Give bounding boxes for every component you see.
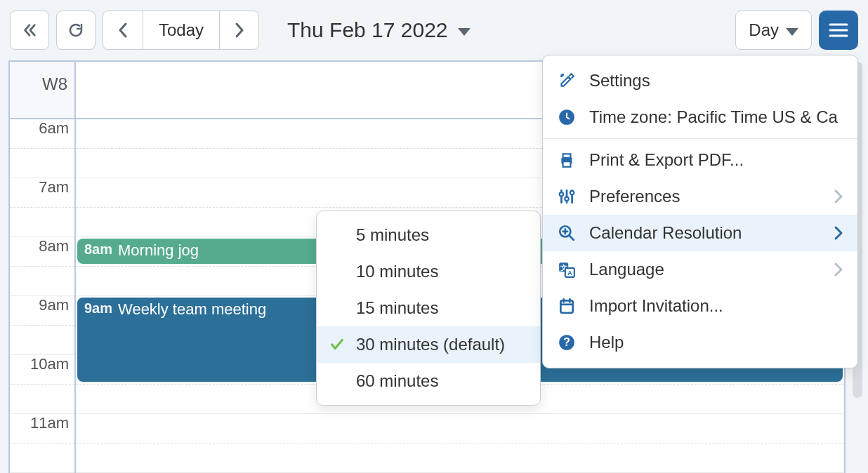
check-icon bbox=[329, 337, 345, 352]
clock-icon bbox=[557, 107, 577, 127]
menu-item-import[interactable]: Import Invitation... bbox=[543, 288, 857, 324]
tools-icon bbox=[557, 71, 577, 91]
resolution-option[interactable]: 60 minutes bbox=[317, 363, 540, 399]
printer-icon bbox=[557, 150, 577, 170]
resolution-option-label: 15 minutes bbox=[356, 298, 438, 318]
main-menu: SettingsTime zone: Pacific Time US & CaP… bbox=[542, 55, 858, 368]
resolution-option-label: 30 minutes (default) bbox=[356, 335, 505, 354]
resolution-option[interactable]: 30 minutes (default) bbox=[317, 326, 540, 363]
resolution-option[interactable]: 5 minutes bbox=[317, 217, 540, 253]
menu-item-label: Language bbox=[589, 260, 821, 279]
resolution-option[interactable]: 15 minutes bbox=[317, 290, 540, 326]
svg-text:A: A bbox=[567, 269, 572, 277]
date-picker[interactable]: Thu Feb 17 2022 bbox=[287, 18, 471, 42]
chevron-down-icon bbox=[786, 28, 798, 36]
menu-item-label: Time zone: Pacific Time US & Ca bbox=[589, 107, 843, 127]
hour-label: 9am bbox=[39, 296, 69, 314]
event-time: 9am bbox=[84, 300, 112, 317]
hour-row: 11am bbox=[10, 414, 74, 473]
menu-item-label: Preferences bbox=[589, 187, 821, 206]
svg-line-14 bbox=[569, 235, 574, 240]
date-label: Thu Feb 17 2022 bbox=[287, 18, 448, 42]
refresh-icon bbox=[67, 22, 84, 39]
time-gutter: 6am7am8am9am10am11am bbox=[10, 119, 76, 473]
hour-row: 10am bbox=[10, 355, 74, 414]
hour-row: 9am bbox=[10, 296, 74, 355]
menu-item-sliders[interactable]: Preferences bbox=[543, 178, 857, 215]
nav-button-group: Today bbox=[103, 11, 259, 50]
language-icon: 文A bbox=[557, 260, 577, 279]
view-label: Day bbox=[749, 20, 779, 40]
menu-item-language[interactable]: 文ALanguage bbox=[543, 251, 857, 288]
menu-separator bbox=[543, 138, 857, 139]
resolution-option-label: 10 minutes bbox=[356, 262, 438, 281]
help-icon: ? bbox=[557, 333, 577, 352]
chevron-down-icon bbox=[458, 28, 471, 36]
resolution-option[interactable]: 10 minutes bbox=[317, 253, 540, 290]
sliders-icon bbox=[557, 187, 577, 206]
hour-label: 6am bbox=[39, 119, 69, 138]
menu-item-zoom[interactable]: Calendar Resolution bbox=[543, 215, 857, 251]
menu-item-clock[interactable]: Time zone: Pacific Time US & Ca bbox=[543, 99, 857, 135]
svg-text:?: ? bbox=[563, 335, 570, 348]
menu-item-label: Help bbox=[589, 333, 843, 352]
prev-button[interactable] bbox=[103, 11, 143, 49]
chevron-left-icon bbox=[117, 22, 129, 39]
menu-item-label: Settings bbox=[589, 71, 843, 91]
hour-row: 7am bbox=[10, 178, 74, 237]
hour-label: 10am bbox=[30, 355, 69, 373]
hour-label: 7am bbox=[39, 178, 69, 196]
zoom-icon bbox=[557, 223, 577, 243]
chevron-right-icon bbox=[834, 225, 843, 241]
resolution-submenu: 5 minutes10 minutes15 minutes30 minutes … bbox=[316, 211, 541, 406]
hour-row bbox=[76, 414, 844, 473]
hour-row: 6am bbox=[10, 119, 74, 178]
menu-item-label: Calendar Resolution bbox=[589, 223, 821, 243]
collapse-button[interactable] bbox=[10, 11, 49, 50]
today-button[interactable]: Today bbox=[143, 11, 219, 49]
import-icon bbox=[557, 296, 577, 316]
week-label: W8 bbox=[10, 62, 76, 118]
event-title: Weekly team meeting bbox=[118, 300, 266, 319]
chevron-right-icon bbox=[834, 262, 843, 277]
toolbar: Today Thu Feb 17 2022 Day bbox=[0, 0, 868, 60]
menu-item-label: Import Invitation... bbox=[589, 296, 843, 316]
hour-label: 8am bbox=[39, 237, 69, 255]
svg-point-10 bbox=[560, 192, 563, 196]
chevron-right-icon bbox=[834, 189, 843, 204]
menu-item-label: Print & Export PDF... bbox=[589, 150, 843, 170]
view-selector[interactable]: Day bbox=[735, 11, 812, 50]
refresh-button[interactable] bbox=[56, 11, 96, 50]
event-title: Morning jog bbox=[118, 241, 199, 260]
svg-rect-6 bbox=[563, 161, 571, 167]
double-chevron-left-icon bbox=[22, 22, 37, 38]
svg-point-12 bbox=[570, 191, 574, 194]
event-time: 8am bbox=[84, 241, 112, 258]
hamburger-icon bbox=[829, 22, 848, 38]
next-button[interactable] bbox=[219, 11, 258, 49]
main-menu-button[interactable] bbox=[819, 11, 858, 50]
resolution-option-label: 5 minutes bbox=[356, 225, 429, 245]
today-label: Today bbox=[159, 20, 204, 40]
chevron-right-icon bbox=[234, 22, 245, 39]
menu-item-help[interactable]: ?Help bbox=[543, 324, 857, 361]
svg-rect-21 bbox=[560, 300, 572, 312]
menu-item-tools[interactable]: Settings bbox=[543, 62, 857, 99]
menu-item-printer[interactable]: Print & Export PDF... bbox=[543, 142, 857, 178]
svg-rect-5 bbox=[563, 154, 571, 157]
svg-point-11 bbox=[565, 197, 568, 201]
hour-label: 11am bbox=[30, 414, 69, 432]
resolution-option-label: 60 minutes bbox=[356, 371, 438, 391]
hour-row: 8am bbox=[10, 237, 74, 296]
